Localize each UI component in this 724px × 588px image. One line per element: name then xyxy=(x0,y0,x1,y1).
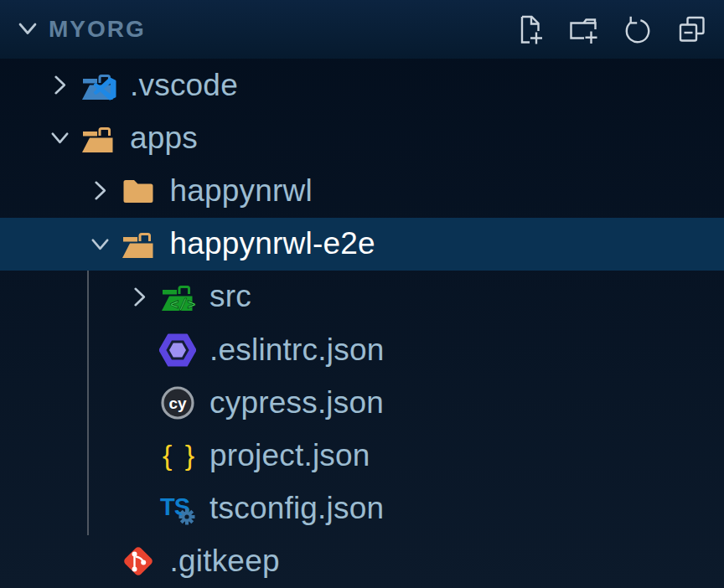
section-collapse-chevron[interactable] xyxy=(13,15,42,44)
tree-item-apps[interactable]: apps xyxy=(0,111,724,164)
eslint-icon xyxy=(159,332,199,369)
typescript-config-icon: TS xyxy=(159,490,199,527)
chevron-right-icon[interactable] xyxy=(80,178,120,204)
new-folder-icon xyxy=(566,13,600,46)
tree-item-label: tsconfig.json xyxy=(209,491,384,526)
folder-open-icon xyxy=(120,225,159,262)
chevron-down-icon xyxy=(14,15,41,44)
tree-item-label: cypress.json xyxy=(209,385,384,420)
chevron-right-icon[interactable] xyxy=(120,284,159,310)
tree-item-label: apps xyxy=(130,121,198,156)
folder-open-icon xyxy=(80,120,119,157)
chevron-right-icon[interactable] xyxy=(40,72,80,98)
section-title: MYORG xyxy=(49,16,146,43)
new-folder-button[interactable] xyxy=(566,13,600,46)
tree-item-label: .gitkeep xyxy=(170,544,280,579)
folder-closed-icon xyxy=(120,173,159,209)
tree-item-label: src xyxy=(209,279,251,314)
tree-item-happynrwl-e2e[interactable]: happynrwl-e2e xyxy=(0,218,724,271)
json-braces-icon: { } xyxy=(159,437,199,474)
svg-text:{ }: { } xyxy=(163,439,196,471)
tree-item-eslintrc-json[interactable]: .eslintrc.json xyxy=(0,323,724,376)
tree-item-src[interactable]: </>src xyxy=(0,271,724,323)
collapse-folders-icon xyxy=(675,13,709,46)
tree-item-label: .eslintrc.json xyxy=(209,333,384,368)
tree-item-label: project.json xyxy=(209,438,370,473)
git-icon xyxy=(120,543,159,580)
new-file-button[interactable] xyxy=(512,13,546,46)
tree-item-tsconfig-json[interactable]: TS tsconfig.json xyxy=(0,482,724,535)
header-actions xyxy=(512,13,709,46)
new-file-icon xyxy=(512,13,546,46)
tree-item-label: happynrwl-e2e xyxy=(170,226,375,261)
tree-item-vscode[interactable]: .vscode xyxy=(0,59,724,111)
cypress-icon: cy xyxy=(159,384,199,421)
tree-item-happynrwl[interactable]: happynrwl xyxy=(0,164,724,217)
vscode-folder-icon xyxy=(80,67,119,104)
tree-item-label: .vscode xyxy=(130,68,238,103)
src-folder-icon: </> xyxy=(159,278,199,315)
svg-text:</>: </> xyxy=(170,296,196,312)
collapse-folders-button[interactable] xyxy=(675,13,709,46)
file-tree: .vscode apps happynrwl happynrwl-e2e </>… xyxy=(0,59,724,588)
refresh-button[interactable] xyxy=(621,13,654,46)
chevron-down-icon[interactable] xyxy=(40,125,80,151)
explorer-section-header: MYORG xyxy=(0,0,724,59)
tree-item-label: happynrwl xyxy=(170,173,313,209)
tree-item-project-json[interactable]: { }project.json xyxy=(0,429,724,482)
indent-guide xyxy=(87,271,89,535)
tree-item-gitkeep[interactable]: .gitkeep xyxy=(0,535,724,588)
chevron-down-icon[interactable] xyxy=(80,231,120,257)
svg-text:cy: cy xyxy=(168,395,187,412)
tree-item-cypress-json[interactable]: cycypress.json xyxy=(0,376,724,429)
refresh-icon xyxy=(621,13,654,46)
explorer-panel: MYORG .vscode apps happynrwl happynrwl-e… xyxy=(0,0,724,588)
